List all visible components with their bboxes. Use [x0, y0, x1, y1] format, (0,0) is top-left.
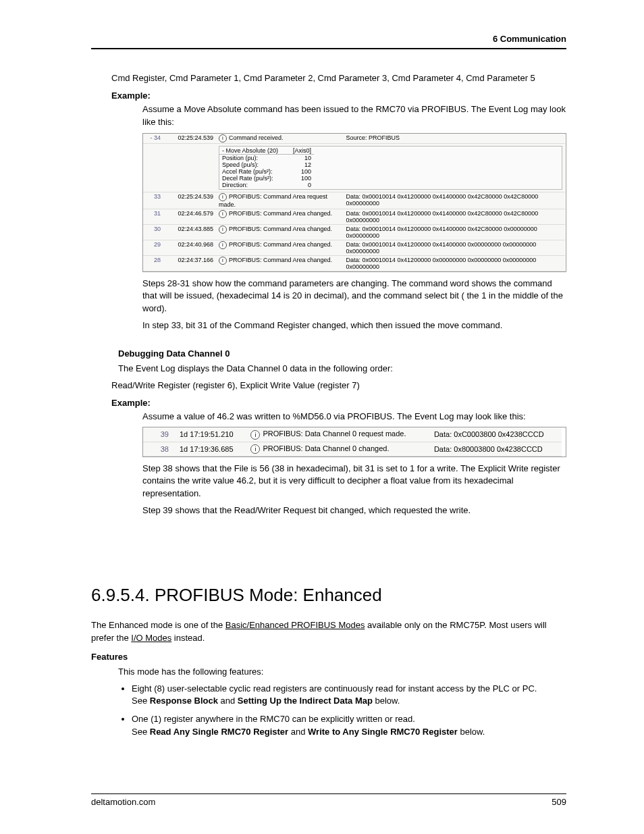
info-icon: i [219, 226, 227, 234]
subhead-debugging: Debugging Data Channel 0 [118, 348, 566, 359]
event-log-table-2: 39 1d 17:19:51.210 iPROFIBUS: Data Chann… [143, 427, 562, 456]
example-1-intro: Assume a Move Absolute command has been … [142, 103, 566, 129]
command-detail-box: - Move Absolute (20)[Axis0] Position (pu… [219, 146, 562, 190]
info-icon: i [250, 444, 260, 454]
event-row-src: Source: PROFIBUS [344, 134, 565, 144]
paragraph-step-39: Step 39 shows that the Read/Writer Reque… [142, 504, 566, 517]
info-icon: i [219, 257, 227, 265]
link-io-modes[interactable]: I/O Modes [131, 633, 171, 643]
info-icon: i [219, 134, 227, 142]
page-header: 6 Communication [91, 34, 566, 49]
feature-item-1: Eight (8) user-selectable cyclic read re… [132, 683, 566, 708]
info-icon: i [250, 430, 260, 440]
footer-domain: deltamotion.com [91, 797, 155, 807]
event-row: 2902:24:40.968 iPROFIBUS: Command Area c… [143, 240, 565, 255]
section-title: 6.9.5.4. PROFIBUS Mode: Enhanced [91, 585, 566, 606]
link-basic-enhanced-modes[interactable]: Basic/Enhanced PROFIBUS Modes [225, 620, 365, 630]
info-icon: i [219, 241, 227, 249]
info-icon: i [219, 193, 227, 201]
paragraph-features-intro: This mode has the following features: [118, 666, 566, 679]
event-log-table-1: - 34 02:25:24.539 iCommand received. Sou… [143, 134, 565, 271]
event-row: 39 1d 17:19:51.210 iPROFIBUS: Data Chann… [143, 427, 562, 442]
event-log-figure-1: - 34 02:25:24.539 iCommand received. Sou… [142, 133, 566, 272]
event-row: 38 1d 17:19:36.685 iPROFIBUS: Data Chann… [143, 442, 562, 456]
event-row: 3102:24:46.579 iPROFIBUS: Command Area c… [143, 209, 565, 224]
feature-item-2: One (1) register anywhere in the RMC70 c… [132, 713, 566, 739]
event-log-figure-2: 39 1d 17:19:51.210 iPROFIBUS: Data Chann… [142, 427, 566, 457]
event-row: 3002:24:43.885 iPROFIBUS: Command Area c… [143, 224, 565, 240]
paragraph-steps-28-31: Steps 28-31 show how the command paramet… [142, 278, 566, 316]
event-row-ts: 02:25:24.539 [163, 134, 216, 144]
paragraph-step-38: Step 38 shows that the File is 56 (38 in… [142, 463, 566, 501]
features-list: Eight (8) user-selectable cyclic read re… [118, 683, 566, 739]
page: 6 Communication Cmd Register, Cmd Parame… [0, 0, 644, 834]
paragraph-cmd-registers: Cmd Register, Cmd Parameter 1, Cmd Param… [111, 72, 566, 85]
example-2-label: Example: [111, 398, 566, 408]
example-1-label: Example: [111, 90, 566, 101]
paragraph-enhanced-intro: The Enhanced mode is one of the Basic/En… [91, 619, 566, 645]
event-row-detail: - Move Absolute (20)[Axis0] Position (pu… [143, 143, 565, 192]
example-2-intro: Assume a value of 46.2 was written to %M… [142, 411, 566, 423]
paragraph-debug-2: Read/Write Register (register 6), Explic… [111, 380, 566, 392]
event-row: 3302:25:24.539 iPROFIBUS: Command Area r… [143, 192, 565, 209]
page-footer: deltamotion.com 509 [91, 793, 566, 807]
event-row: - 34 02:25:24.539 iCommand received. Sou… [143, 134, 565, 144]
info-icon: i [219, 210, 227, 218]
paragraph-debug-1: The Event Log displays the Data Channel … [118, 363, 566, 375]
event-row-msg: iCommand received. [216, 134, 344, 144]
event-row: 2802:24:37.166 iPROFIBUS: Command Area c… [143, 255, 565, 271]
paragraph-step-33: In step 33, bit 31 of the Command Regist… [142, 319, 566, 332]
features-heading: Features [91, 652, 566, 662]
footer-page-number: 509 [552, 797, 566, 807]
event-row-num: - 34 [143, 134, 163, 144]
